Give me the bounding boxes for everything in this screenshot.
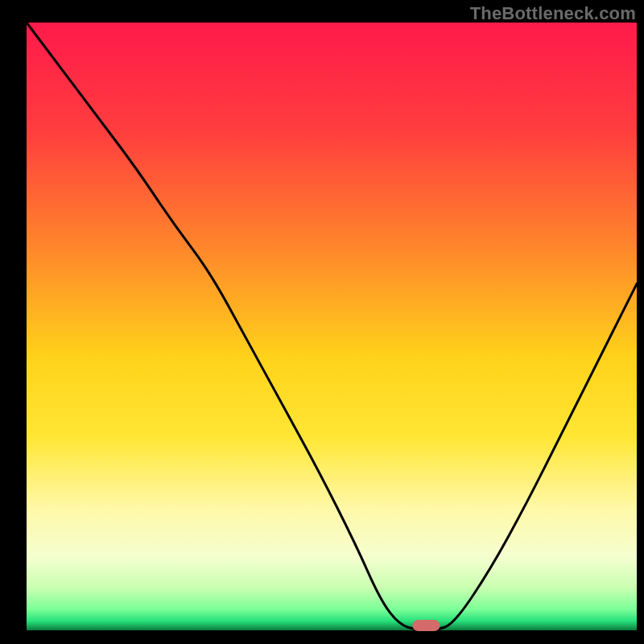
watermark-text: TheBottleneck.com [470,3,636,24]
bottleneck-chart [0,0,644,644]
chart-container: TheBottleneck.com [0,0,644,644]
chart-plot-area [27,23,637,630]
optimal-marker [412,620,440,631]
